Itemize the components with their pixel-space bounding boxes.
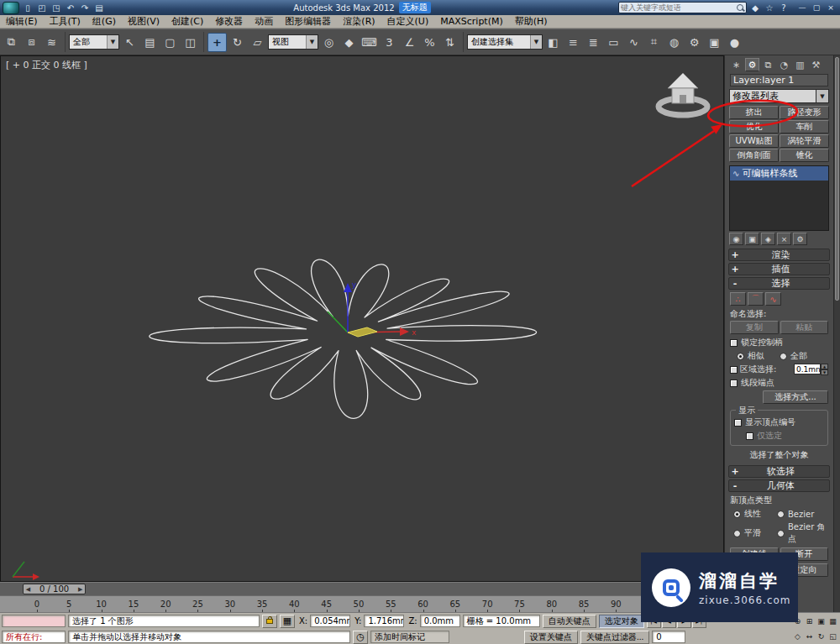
previous-frame-arrow-icon[interactable]: ◀ xyxy=(24,586,33,593)
percent-snap-icon[interactable]: % xyxy=(420,33,439,52)
app-logo-icon[interactable] xyxy=(3,2,19,14)
auto-key-button[interactable]: 自动关键点 xyxy=(543,615,596,628)
panel-scrollbar[interactable] xyxy=(833,55,840,612)
select-and-rotate-icon[interactable]: ↻ xyxy=(228,33,247,52)
redo-icon[interactable]: ↷ xyxy=(78,2,92,14)
use-pivot-center-icon[interactable]: ◎ xyxy=(319,33,339,52)
show-end-result-icon[interactable]: ▣ xyxy=(745,233,759,245)
rollout-geometry[interactable]: - 几何体 xyxy=(728,479,830,492)
spinner-snap-icon[interactable]: ⇅ xyxy=(440,33,459,52)
layer-manager-icon[interactable]: ≣ xyxy=(584,33,603,52)
select-and-manipulate-icon[interactable]: ◆ xyxy=(339,33,359,52)
object-name-field[interactable]: Layer:layer 1 xyxy=(730,74,828,86)
smooth-radio[interactable] xyxy=(733,530,741,537)
select-and-link-icon[interactable]: ⧉ xyxy=(2,33,21,52)
menu-item[interactable]: 组(G) xyxy=(87,15,122,28)
zoom-extents-icon[interactable]: ▣ xyxy=(816,614,827,628)
menu-item[interactable]: 创建(C) xyxy=(165,15,209,28)
tab-motion[interactable]: ◔ xyxy=(777,58,791,71)
viewcube-home-icon[interactable] xyxy=(659,73,707,115)
listener-field[interactable]: 所有在行: xyxy=(2,631,66,643)
unlink-selection-icon[interactable]: ⧈ xyxy=(22,33,41,52)
absolute-mode-toggle[interactable]: ▦ xyxy=(280,615,295,628)
tab-hierarchy[interactable]: ⧉ xyxy=(761,58,775,71)
rollout-soft-selection[interactable]: + 软选择 xyxy=(728,465,830,478)
menu-item[interactable]: MAXScript(M) xyxy=(434,15,509,28)
track-bar[interactable]: 0510152025303540455055606570758085909510… xyxy=(0,595,724,612)
stack-item-editable-spline[interactable]: ∿ 可编辑样条线 xyxy=(730,166,828,181)
select-by-name-icon[interactable]: ▤ xyxy=(140,33,160,52)
remove-modifier-icon[interactable]: × xyxy=(777,233,791,245)
angle-snap-icon[interactable]: ∠ xyxy=(400,33,419,52)
render-setup-icon[interactable]: ⚙ xyxy=(685,33,704,52)
orbit-icon[interactable]: ↻ xyxy=(816,629,827,643)
lock-handles-checkbox[interactable]: 锁定控制柄 xyxy=(730,337,828,348)
mirror-icon[interactable]: ◧ xyxy=(543,33,563,52)
modifier-list-dropdown[interactable]: 修改器列表 ▼ xyxy=(729,89,829,103)
y-coordinate-field[interactable]: 1.716mm xyxy=(364,615,404,627)
menu-item[interactable]: 自定义(U) xyxy=(381,15,435,28)
selected-mode-dropdown[interactable]: 选定对象 xyxy=(599,615,644,628)
set-key-button[interactable]: 设置关键点 xyxy=(524,631,578,644)
selected-only-checkbox[interactable]: 仅选定 xyxy=(746,430,824,442)
area-threshold-field[interactable]: 0.1mn xyxy=(794,364,821,374)
tab-display[interactable]: ▥ xyxy=(793,58,807,71)
rollout-selection[interactable]: - 选择 xyxy=(728,277,830,290)
communication-center-icon[interactable]: ◆ xyxy=(748,2,762,14)
menu-item[interactable]: 渲染(R) xyxy=(337,15,381,28)
chevron-down-icon[interactable]: ▼ xyxy=(306,35,318,49)
chevron-down-icon[interactable]: ▼ xyxy=(107,35,118,49)
menu-item[interactable]: 工具(T) xyxy=(44,15,87,28)
copy-button[interactable]: 复制 xyxy=(730,321,779,334)
schematic-view-icon[interactable]: ⌗ xyxy=(644,33,664,52)
menu-item[interactable]: 动画 xyxy=(249,15,279,28)
modifier-stack[interactable]: ∿ 可编辑样条线 xyxy=(729,165,829,231)
select-by-button[interactable]: 选择方式... xyxy=(763,390,828,404)
rendered-frame-icon[interactable]: ▣ xyxy=(705,33,724,52)
linear-radio[interactable] xyxy=(733,510,741,518)
chevron-down-icon[interactable]: ▼ xyxy=(816,89,829,103)
chevron-down-icon[interactable]: ▼ xyxy=(530,35,542,49)
spinner-down-icon[interactable]: ▼ xyxy=(821,369,828,375)
maximize-viewport-icon[interactable]: ◱ xyxy=(827,629,838,643)
bevel-profile-button[interactable]: 倒角剖面 xyxy=(729,149,779,162)
pin-stack-icon[interactable]: ◉ xyxy=(729,233,743,245)
rollout-interpolation[interactable]: + 插值 xyxy=(728,263,830,275)
make-unique-icon[interactable]: ◈ xyxy=(761,233,775,245)
undo-icon[interactable]: ↶ xyxy=(64,2,77,14)
next-frame-arrow-icon[interactable]: ▶ xyxy=(76,586,85,593)
current-frame-field[interactable]: 0 xyxy=(652,631,685,643)
macro-recorder-field[interactable] xyxy=(2,615,66,627)
zoom-extents-all-icon[interactable]: ▦ xyxy=(827,614,838,628)
viewport[interactable]: [ + 0 正交 0 线框 ] xyxy=(0,55,724,582)
tab-modify[interactable]: ⚙ xyxy=(745,58,759,71)
editable-spline-shape[interactable] xyxy=(150,259,537,418)
taper-button[interactable]: 锥化 xyxy=(780,149,829,162)
key-filters-button[interactable]: 关键点过滤器... xyxy=(580,631,649,644)
open-file-icon[interactable]: ◰ xyxy=(35,2,49,14)
named-selection-sets-dropdown[interactable]: 创建选择集 ▼ xyxy=(467,34,543,50)
tab-create[interactable]: ∗ xyxy=(729,58,743,71)
bezier-radio[interactable] xyxy=(777,510,785,518)
menu-item[interactable]: 修改器 xyxy=(209,15,249,28)
keyboard-override-icon[interactable]: ⌨ xyxy=(360,33,379,52)
paste-button[interactable]: 粘贴 xyxy=(780,321,829,334)
tab-utilities[interactable]: ⚒ xyxy=(809,58,823,71)
menu-item[interactable]: 编辑(E) xyxy=(0,15,44,28)
search-icon[interactable] xyxy=(737,4,744,12)
render-production-icon[interactable]: ● xyxy=(725,33,744,52)
select-object-icon[interactable]: ↖ xyxy=(120,33,139,52)
extrude-button[interactable]: 挤出 xyxy=(729,106,779,119)
material-editor-icon[interactable]: ◍ xyxy=(664,33,684,52)
snaps-toggle-icon[interactable]: 3 xyxy=(380,33,399,52)
favorites-star-icon[interactable]: ☆ xyxy=(763,2,776,14)
pan-icon[interactable]: ↔ xyxy=(804,629,815,643)
all-radio[interactable] xyxy=(780,353,787,360)
optimize-button[interactable]: 优化 xyxy=(729,120,779,134)
menu-item[interactable]: 图形编辑器 xyxy=(279,15,337,28)
close-button[interactable]: × xyxy=(824,2,837,14)
zoom-all-icon[interactable]: ⊞ xyxy=(804,614,815,628)
select-and-move-icon[interactable]: + xyxy=(207,33,227,52)
viewport-label[interactable]: [ + 0 正交 0 线框 ] xyxy=(6,59,87,71)
bind-to-space-warp-icon[interactable]: ≋ xyxy=(42,33,61,52)
